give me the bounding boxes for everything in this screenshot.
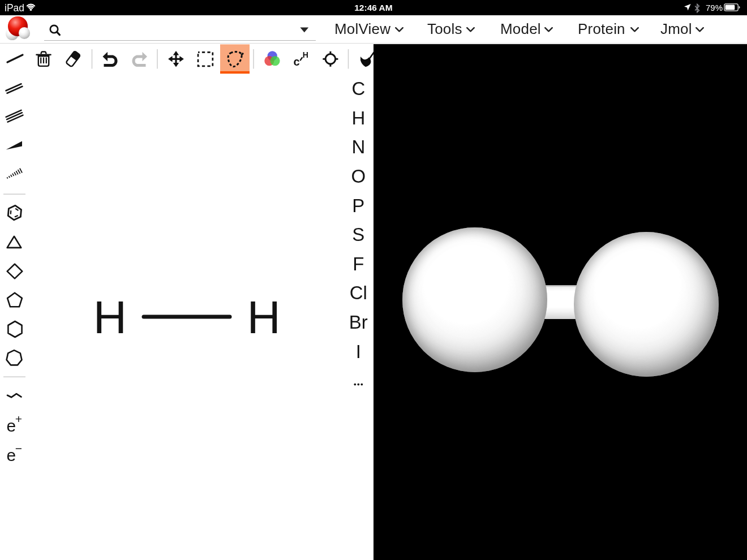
svg-text:H: H [93, 291, 127, 343]
svg-text:79%: 79% [706, 3, 723, 12]
svg-text:12:46 AM: 12:46 AM [354, 3, 392, 12]
svg-text:S: S [352, 224, 364, 245]
svg-text:Cl: Cl [350, 282, 367, 303]
svg-text:P: P [352, 195, 364, 216]
svg-text:H: H [351, 107, 365, 128]
svg-text:N: N [351, 136, 365, 157]
svg-text:I: I [356, 341, 361, 362]
svg-text:O: O [351, 166, 366, 187]
svg-text:iPad: iPad [5, 2, 24, 14]
svg-text:H: H [247, 291, 280, 343]
svg-text:−: − [15, 442, 22, 455]
svg-text:C: C [351, 78, 365, 99]
svg-text:Br: Br [349, 312, 368, 333]
svg-text:c: c [294, 55, 300, 68]
svg-text:F: F [353, 253, 364, 274]
svg-text:+: + [15, 412, 22, 425]
svg-text:e: e [7, 416, 16, 435]
svg-text:H: H [303, 50, 308, 59]
svg-text:e: e [7, 446, 16, 464]
